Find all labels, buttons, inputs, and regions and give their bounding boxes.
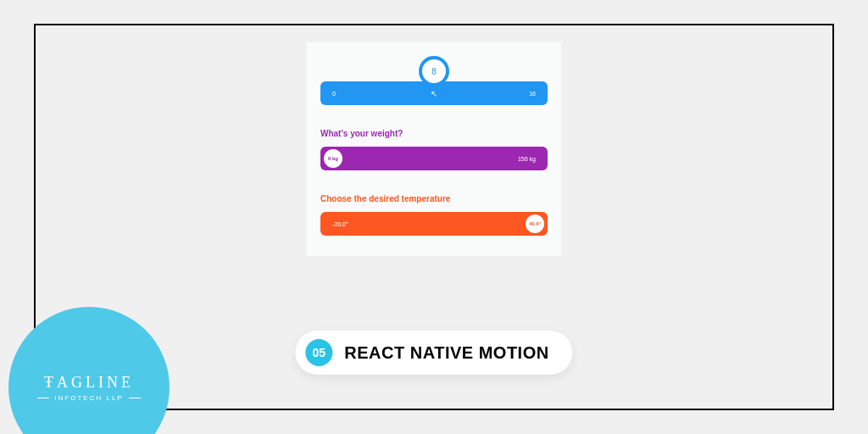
indicator-value: 8 [431, 67, 437, 76]
title-pill: 05 REACT NATIVE MOTION [295, 331, 572, 375]
feature-title: REACT NATIVE MOTION [344, 343, 548, 363]
thumb-label: 0 kg [328, 156, 338, 161]
slider-min-label: 0 [332, 91, 336, 97]
number-badge: 05 [305, 339, 332, 366]
slider-track-purple[interactable]: 0 kg 150 kg [320, 147, 548, 170]
slider-max-label: 16 [529, 91, 536, 97]
cursor-icon: ↖ [431, 89, 437, 98]
slider-min-label: -20.0° [332, 221, 348, 227]
slider-track-orange[interactable]: -20.0° 40.0° [320, 212, 548, 236]
slider-section-numeric: 8 0 ↖ 16 [320, 59, 548, 105]
logo-sub-text: INFOTECH LLP [37, 394, 140, 402]
app-mockup: 8 0 ↖ 16 What's your weight? 0 kg 150 kg… [307, 42, 561, 256]
thumb-label: 40.0° [529, 221, 541, 226]
slider-max-label: 150 kg [518, 156, 536, 162]
slider-thumb-temperature[interactable]: 40.0° [526, 214, 544, 233]
weight-question-label: What's your weight? [320, 129, 548, 138]
badge-number: 05 [313, 346, 326, 359]
slider-section-weight: What's your weight? 0 kg 150 kg [320, 129, 548, 170]
temperature-question-label: Choose the desired temperature [320, 194, 548, 203]
slider-value-indicator: 8 [419, 56, 449, 86]
logo-main-text: ŦAGLINE [44, 374, 134, 392]
slider-thumb-weight[interactable]: 0 kg [324, 149, 342, 168]
slider-section-temperature: Choose the desired temperature -20.0° 40… [320, 194, 548, 236]
